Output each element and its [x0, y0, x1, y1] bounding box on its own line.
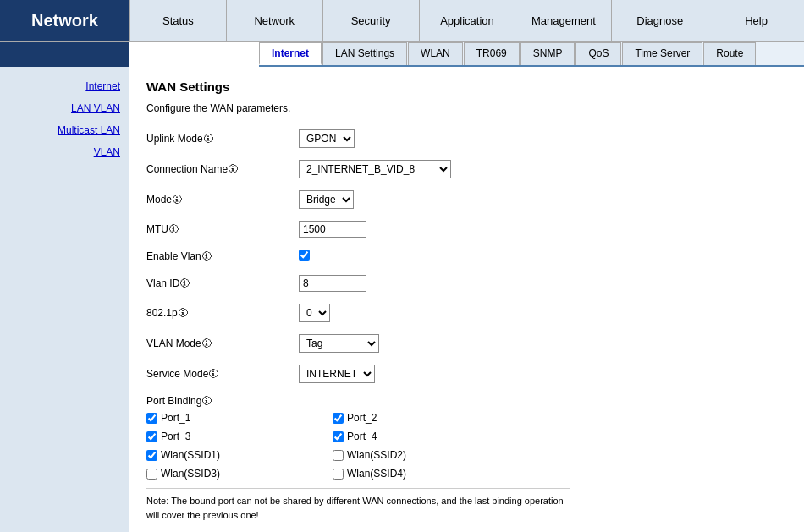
vlan-id-row: Vlan ID🛈	[146, 275, 787, 292]
mode-select[interactable]: Bridge	[299, 190, 354, 209]
port4-checkbox[interactable]	[333, 431, 344, 442]
dot1p-row: 802.1p🛈 0 1 2 3 4 5 6 7	[146, 304, 787, 322]
uplink-mode-control: GPON	[299, 129, 355, 148]
connection-name-control: 2_INTERNET_B_VID_8	[299, 160, 451, 178]
mode-label: Mode🛈	[146, 194, 299, 206]
mtu-input[interactable]	[299, 221, 366, 238]
tab-route[interactable]: Route	[703, 42, 756, 65]
port-binding-grid: Port_1 Port_2 Port_3 Port_4	[146, 412, 787, 480]
wlan1-checkbox[interactable]	[146, 450, 157, 461]
top-nav-tab-status[interactable]: Status	[129, 0, 226, 41]
checkbox-item-wlan4: Wlan(SSID4)	[333, 468, 519, 480]
vlan-id-label: Vlan ID🛈	[146, 277, 299, 289]
port3-label: Port_3	[161, 431, 190, 442]
top-nav-tabs: Status Network Security Application Mana…	[129, 0, 804, 41]
tab-lan-settings[interactable]: LAN Settings	[322, 42, 407, 65]
port-binding-label: Port Binding🛈	[146, 395, 299, 407]
checkbox-item-wlan3: Wlan(SSID3)	[146, 468, 333, 480]
vlan-mode-select[interactable]: Tag Transparent	[299, 334, 379, 353]
vlan-mode-label: VLAN Mode🛈	[146, 337, 299, 349]
tab-qos[interactable]: QoS	[575, 42, 621, 65]
mtu-control	[299, 221, 366, 238]
service-mode-select[interactable]: INTERNET TR069 VOIP	[299, 365, 375, 383]
dot1p-control: 0 1 2 3 4 5 6 7	[299, 304, 330, 322]
checkbox-row-1: Port_1 Port_2	[146, 412, 787, 424]
service-mode-control: INTERNET TR069 VOIP	[299, 365, 375, 383]
checkbox-item-wlan1: Wlan(SSID1)	[146, 449, 333, 461]
sidebar-item-internet[interactable]: Internet	[0, 75, 129, 97]
wlan4-checkbox[interactable]	[333, 469, 344, 480]
sidebar-item-vlan[interactable]: VLAN	[0, 141, 129, 163]
checkbox-item-port4: Port_4	[333, 431, 519, 442]
wlan2-checkbox[interactable]	[333, 450, 344, 461]
port4-label: Port_4	[347, 431, 377, 442]
sidebar: Internet LAN VLAN Multicast LAN VLAN	[0, 67, 129, 532]
sidebar-item-multicast-lan[interactable]: Multicast LAN	[0, 119, 129, 141]
enable-vlan-checkbox[interactable]	[299, 250, 310, 261]
enable-vlan-row: Enable Vlan🛈	[146, 250, 787, 263]
page-description: Configure the WAN parameters.	[146, 102, 787, 114]
dot1p-select[interactable]: 0 1 2 3 4 5 6 7	[299, 304, 330, 322]
sidebar-item-lan-vlan[interactable]: LAN VLAN	[0, 97, 129, 119]
port-binding-section: Port Binding🛈	[146, 395, 787, 407]
wlan1-label: Wlan(SSID1)	[161, 449, 220, 461]
mode-row: Mode🛈 Bridge	[146, 190, 787, 209]
connection-name-label: Connection Name🛈	[146, 163, 299, 175]
top-nav-tab-application[interactable]: Application	[419, 0, 515, 41]
vlan-mode-control: Tag Transparent	[299, 334, 379, 353]
port2-checkbox[interactable]	[333, 413, 344, 424]
enable-vlan-control	[299, 250, 310, 263]
enable-vlan-label: Enable Vlan🛈	[146, 250, 299, 262]
vlan-id-control	[299, 275, 366, 292]
wlan3-checkbox[interactable]	[146, 469, 157, 480]
checkbox-item-port2: Port_2	[333, 412, 519, 424]
connection-name-row: Connection Name🛈 2_INTERNET_B_VID_8	[146, 160, 787, 178]
port1-checkbox[interactable]	[146, 413, 157, 424]
service-mode-row: Service Mode🛈 INTERNET TR069 VOIP	[146, 365, 787, 383]
tab-wlan[interactable]: WLAN	[408, 42, 463, 65]
top-nav-tab-security[interactable]: Security	[322, 0, 419, 41]
checkbox-row-4: Wlan(SSID3) Wlan(SSID4)	[146, 468, 787, 480]
wlan3-label: Wlan(SSID3)	[161, 468, 220, 480]
wlan2-label: Wlan(SSID2)	[347, 449, 406, 461]
top-nav-tab-network[interactable]: Network	[226, 0, 322, 41]
note-text: Note: The bound port can not be shared b…	[146, 488, 570, 522]
tab-tr069[interactable]: TR069	[464, 42, 520, 65]
uplink-mode-label: Uplink Mode🛈	[146, 133, 299, 145]
checkbox-row-3: Wlan(SSID1) Wlan(SSID2)	[146, 449, 787, 461]
checkbox-row-2: Port_3 Port_4	[146, 431, 787, 442]
vlan-mode-row: VLAN Mode🛈 Tag Transparent	[146, 334, 787, 353]
brand-logo: Network	[0, 0, 129, 41]
dot1p-label: 802.1p🛈	[146, 307, 299, 319]
mode-control: Bridge	[299, 190, 354, 209]
checkbox-item-port1: Port_1	[146, 412, 333, 424]
tab-time-server[interactable]: Time Server	[622, 42, 702, 65]
top-nav-tab-help[interactable]: Help	[708, 0, 804, 41]
mtu-label: MTU🛈	[146, 223, 299, 235]
checkbox-item-wlan2: Wlan(SSID2)	[333, 449, 519, 461]
checkbox-item-port3: Port_3	[146, 431, 333, 442]
mtu-row: MTU🛈	[146, 221, 787, 238]
port3-checkbox[interactable]	[146, 431, 157, 442]
service-mode-label: Service Mode🛈	[146, 368, 299, 380]
port1-label: Port_1	[161, 412, 190, 424]
connection-name-select[interactable]: 2_INTERNET_B_VID_8	[299, 160, 451, 178]
vlan-id-input[interactable]	[299, 275, 366, 292]
tab-internet[interactable]: Internet	[259, 42, 322, 65]
page-title: WAN Settings	[146, 80, 787, 94]
top-nav-tab-diagnose[interactable]: Diagnose	[611, 0, 708, 41]
port2-label: Port_2	[347, 412, 377, 424]
tab-snmp[interactable]: SNMP	[520, 42, 575, 65]
main-content: WAN Settings Configure the WAN parameter…	[129, 67, 804, 532]
wlan4-label: Wlan(SSID4)	[347, 468, 406, 480]
uplink-mode-row: Uplink Mode🛈 GPON	[146, 129, 787, 148]
top-nav-tab-management[interactable]: Management	[515, 0, 611, 41]
uplink-mode-select[interactable]: GPON	[299, 129, 355, 148]
